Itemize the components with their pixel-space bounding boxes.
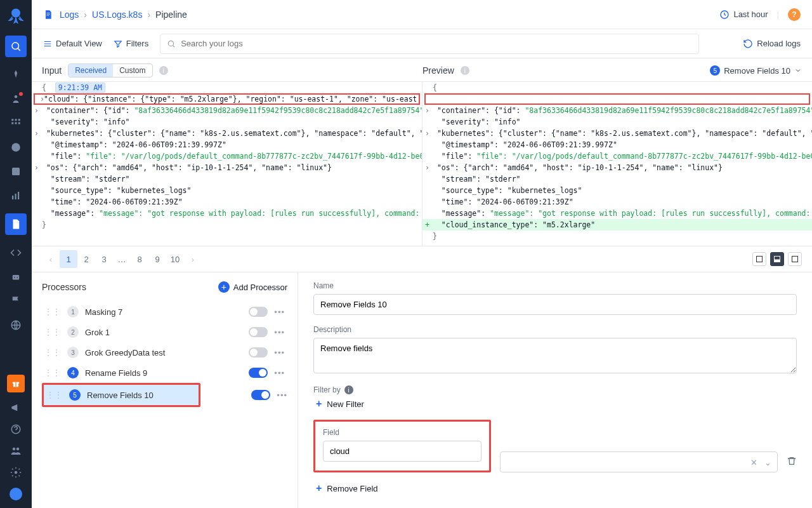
svg-point-0: [11, 9, 20, 18]
rocket-icon[interactable]: [10, 69, 22, 81]
help-icon[interactable]: [10, 423, 22, 436]
time-range-selector[interactable]: Last hour: [719, 10, 768, 20]
pager-page[interactable]: 1: [60, 250, 77, 268]
reload-button[interactable]: Reload logs: [743, 39, 801, 49]
remove-field-button[interactable]: +Remove Field: [316, 483, 797, 494]
processor-name: Rename Fields 9: [85, 368, 242, 378]
processor-menu[interactable]: •••: [274, 328, 285, 337]
pager-page[interactable]: 9: [148, 250, 166, 268]
view-mode-split[interactable]: [752, 252, 766, 266]
input-panel-title: Input: [42, 65, 62, 76]
processor-item[interactable]: ⋮⋮ 4 Rename Fields 9 •••: [42, 363, 287, 383]
grid-icon[interactable]: [10, 117, 22, 130]
processor-item[interactable]: ⋮⋮ 5 Remove Fields 10: [44, 385, 199, 405]
tab-received[interactable]: Received: [69, 64, 113, 77]
search-input-wrapper[interactable]: [160, 34, 699, 54]
processor-menu[interactable]: •••: [274, 368, 285, 378]
field-select-input[interactable]: [323, 441, 481, 462]
svg-point-23: [16, 448, 20, 451]
save-icon[interactable]: [10, 165, 22, 178]
drag-handle[interactable]: ⋮⋮: [44, 348, 61, 357]
megaphone-icon[interactable]: [10, 401, 22, 414]
search-icon[interactable]: [5, 36, 27, 57]
processor-menu[interactable]: •••: [274, 348, 285, 358]
pager-page[interactable]: 2: [77, 250, 95, 268]
chevron-down-icon[interactable]: ⌄: [764, 457, 771, 467]
processor-item[interactable]: ⋮⋮ 3 Grok GreedyData test •••: [42, 342, 287, 363]
processor-toggle[interactable]: [249, 368, 268, 378]
drag-handle[interactable]: ⋮⋮: [44, 328, 61, 337]
breadcrumb-root[interactable]: Logs: [60, 10, 79, 20]
filters-button[interactable]: Filters: [114, 39, 148, 48]
svg-rect-20: [15, 382, 16, 387]
document-icon[interactable]: [5, 213, 27, 235]
processor-number: 3: [67, 347, 79, 358]
clear-icon[interactable]: ✕: [750, 457, 757, 467]
description-input[interactable]: Remove fields: [313, 338, 797, 373]
trash-icon[interactable]: [787, 456, 797, 466]
pager-page[interactable]: 8: [131, 250, 148, 268]
pager-prev[interactable]: ‹: [42, 250, 60, 268]
svg-rect-5: [18, 119, 20, 121]
drag-handle[interactable]: ⋮⋮: [44, 307, 61, 316]
name-input[interactable]: [313, 294, 797, 315]
svg-point-29: [168, 41, 173, 46]
code-icon[interactable]: [10, 246, 22, 259]
new-filter-button[interactable]: +New Filter: [316, 398, 797, 410]
field-select-extra[interactable]: [500, 451, 778, 472]
view-mode-full[interactable]: [788, 252, 802, 266]
breadcrumb: Logs › US.Logs.k8s › Pipeline: [60, 10, 187, 20]
preview-processor-selector[interactable]: 5 Remove Fields 10: [710, 65, 802, 76]
processor-menu[interactable]: •••: [277, 391, 287, 400]
svg-point-22: [13, 448, 16, 451]
default-view-button[interactable]: Default View: [43, 39, 102, 48]
tab-custom[interactable]: Custom: [113, 64, 152, 77]
svg-rect-10: [12, 168, 20, 175]
search-icon: [167, 39, 176, 48]
config-panel: Name Description Remove fields Filter by…: [298, 272, 812, 508]
processor-item[interactable]: ⋮⋮ 2 Grok 1 •••: [42, 322, 287, 342]
alert-icon[interactable]: [10, 141, 22, 154]
processor-toggle[interactable]: [249, 347, 268, 358]
pager-page[interactable]: 3: [95, 250, 113, 268]
svg-rect-11: [12, 196, 13, 199]
processor-item[interactable]: ⋮⋮ 1 Masking 7 •••: [42, 302, 287, 322]
pager-page[interactable]: 10: [166, 250, 184, 268]
svg-rect-32: [775, 260, 780, 262]
robot-icon[interactable]: [10, 271, 22, 283]
info-icon[interactable]: i: [159, 66, 168, 75]
svg-rect-30: [757, 257, 763, 262]
add-processor-label: Add Processor: [233, 283, 287, 292]
view-mode-bottom[interactable]: [770, 252, 784, 266]
info-icon[interactable]: i: [461, 66, 469, 75]
earth-icon[interactable]: [10, 488, 22, 500]
processor-toggle[interactable]: [251, 390, 270, 400]
menu-icon: [43, 39, 52, 48]
flag-icon[interactable]: [10, 295, 22, 307]
globe-icon[interactable]: [10, 319, 22, 331]
chart-icon[interactable]: [10, 189, 22, 202]
settings-icon[interactable]: [10, 466, 22, 479]
highlighted-cloud-line: ›"cloud": {"instance": {"type": "m5.2xla…: [34, 93, 420, 105]
svg-rect-4: [15, 119, 17, 121]
breadcrumb-app[interactable]: US.Logs.k8s: [92, 10, 142, 20]
info-icon[interactable]: i: [344, 385, 353, 394]
svg-rect-8: [18, 123, 20, 124]
processor-toggle[interactable]: [249, 327, 268, 337]
gift-icon[interactable]: [7, 375, 25, 392]
help-badge[interactable]: ?: [788, 8, 801, 21]
processors-title: Processors: [42, 282, 86, 292]
add-processor-button[interactable]: + Add Processor: [218, 281, 287, 293]
pager-next[interactable]: ›: [184, 250, 202, 268]
drag-handle[interactable]: ⋮⋮: [46, 391, 63, 399]
reload-label: Reload logs: [757, 39, 801, 48]
users-icon[interactable]: [10, 444, 22, 457]
chevron-down-icon: [794, 67, 802, 74]
remove-field-label: Remove Field: [327, 484, 377, 493]
svg-rect-13: [18, 192, 19, 199]
processor-toggle[interactable]: [249, 307, 268, 317]
processor-number: 5: [69, 389, 81, 401]
search-input[interactable]: [181, 39, 692, 48]
processor-menu[interactable]: •••: [274, 307, 285, 317]
drag-handle[interactable]: ⋮⋮: [44, 368, 61, 377]
